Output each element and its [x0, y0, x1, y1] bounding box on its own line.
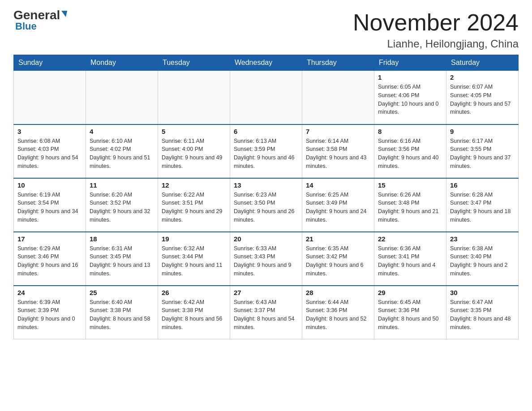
- header-wednesday: Wednesday: [230, 55, 302, 71]
- table-row: 5Sunrise: 6:11 AMSunset: 4:00 PMDaylight…: [158, 124, 230, 178]
- table-row: 4Sunrise: 6:10 AMSunset: 4:02 PMDaylight…: [86, 124, 158, 178]
- table-row: 6Sunrise: 6:13 AMSunset: 3:59 PMDaylight…: [230, 124, 302, 178]
- table-row: [230, 71, 302, 124]
- table-row: 27Sunrise: 6:43 AMSunset: 3:37 PMDayligh…: [230, 286, 302, 339]
- day-number: 26: [162, 289, 226, 296]
- day-number: 28: [306, 289, 370, 296]
- weekday-header-row: Sunday Monday Tuesday Wednesday Thursday…: [14, 55, 519, 71]
- table-row: 22Sunrise: 6:36 AMSunset: 3:41 PMDayligh…: [374, 232, 446, 286]
- day-number: 27: [234, 289, 298, 296]
- table-row: 29Sunrise: 6:45 AMSunset: 3:36 PMDayligh…: [374, 286, 446, 339]
- header-monday: Monday: [86, 55, 158, 71]
- week-row-2: 3Sunrise: 6:08 AMSunset: 4:03 PMDaylight…: [14, 124, 519, 178]
- week-row-5: 24Sunrise: 6:39 AMSunset: 3:39 PMDayligh…: [14, 286, 519, 339]
- day-number: 9: [450, 128, 515, 135]
- day-number: 1: [378, 73, 442, 81]
- day-number: 8: [378, 128, 442, 135]
- day-info: Sunrise: 6:26 AMSunset: 3:48 PMDaylight:…: [378, 191, 442, 224]
- day-info: Sunrise: 6:22 AMSunset: 3:51 PMDaylight:…: [162, 191, 226, 224]
- logo-blue: Blue: [13, 21, 37, 32]
- table-row: 7Sunrise: 6:14 AMSunset: 3:58 PMDaylight…: [302, 124, 374, 178]
- table-row: 11Sunrise: 6:20 AMSunset: 3:52 PMDayligh…: [86, 178, 158, 232]
- day-info: Sunrise: 6:39 AMSunset: 3:39 PMDaylight:…: [17, 298, 82, 332]
- table-row: 12Sunrise: 6:22 AMSunset: 3:51 PMDayligh…: [158, 178, 230, 232]
- calendar-subtitle: Lianhe, Heilongjiang, China: [353, 38, 519, 50]
- table-row: [14, 71, 86, 124]
- table-row: 13Sunrise: 6:23 AMSunset: 3:50 PMDayligh…: [230, 178, 302, 232]
- day-info: Sunrise: 6:32 AMSunset: 3:44 PMDaylight:…: [162, 244, 226, 278]
- day-number: 18: [90, 235, 154, 243]
- day-info: Sunrise: 6:28 AMSunset: 3:47 PMDaylight:…: [450, 191, 515, 224]
- day-number: 24: [17, 289, 82, 296]
- table-row: 17Sunrise: 6:29 AMSunset: 3:46 PMDayligh…: [14, 232, 86, 286]
- day-number: 6: [234, 128, 298, 135]
- day-number: 3: [17, 128, 82, 135]
- day-number: 15: [378, 181, 442, 189]
- day-info: Sunrise: 6:42 AMSunset: 3:38 PMDaylight:…: [162, 298, 226, 332]
- day-info: Sunrise: 6:23 AMSunset: 3:50 PMDaylight:…: [234, 191, 298, 224]
- logo: General Blue: [13, 9, 67, 32]
- week-row-1: 1Sunrise: 6:05 AMSunset: 4:06 PMDaylight…: [14, 71, 519, 124]
- day-number: 2: [450, 73, 515, 81]
- table-row: 8Sunrise: 6:16 AMSunset: 3:56 PMDaylight…: [374, 124, 446, 178]
- table-row: 25Sunrise: 6:40 AMSunset: 3:38 PMDayligh…: [86, 286, 158, 339]
- day-info: Sunrise: 6:38 AMSunset: 3:40 PMDaylight:…: [450, 244, 515, 278]
- day-info: Sunrise: 6:40 AMSunset: 3:38 PMDaylight:…: [90, 298, 154, 332]
- logo-general: General: [13, 9, 67, 21]
- header-thursday: Thursday: [302, 55, 374, 71]
- day-info: Sunrise: 6:11 AMSunset: 4:00 PMDaylight:…: [162, 137, 226, 171]
- day-number: 25: [90, 289, 154, 296]
- day-number: 17: [17, 235, 82, 243]
- day-info: Sunrise: 6:45 AMSunset: 3:36 PMDaylight:…: [378, 298, 442, 332]
- day-info: Sunrise: 6:17 AMSunset: 3:55 PMDaylight:…: [450, 137, 515, 171]
- header-tuesday: Tuesday: [158, 55, 230, 71]
- table-row: 15Sunrise: 6:26 AMSunset: 3:48 PMDayligh…: [374, 178, 446, 232]
- day-info: Sunrise: 6:07 AMSunset: 4:05 PMDaylight:…: [450, 83, 515, 116]
- day-info: Sunrise: 6:05 AMSunset: 4:06 PMDaylight:…: [378, 83, 442, 116]
- day-info: Sunrise: 6:13 AMSunset: 3:59 PMDaylight:…: [234, 137, 298, 171]
- day-number: 30: [450, 289, 515, 296]
- day-number: 14: [306, 181, 370, 189]
- header-sunday: Sunday: [14, 55, 86, 71]
- table-row: 1Sunrise: 6:05 AMSunset: 4:06 PMDaylight…: [374, 71, 446, 124]
- table-row: 23Sunrise: 6:38 AMSunset: 3:40 PMDayligh…: [446, 232, 519, 286]
- table-row: 14Sunrise: 6:25 AMSunset: 3:49 PMDayligh…: [302, 178, 374, 232]
- table-row: [158, 71, 230, 124]
- day-number: 12: [162, 181, 226, 189]
- day-info: Sunrise: 6:25 AMSunset: 3:49 PMDaylight:…: [306, 191, 370, 224]
- day-info: Sunrise: 6:36 AMSunset: 3:41 PMDaylight:…: [378, 244, 442, 278]
- table-row: 10Sunrise: 6:19 AMSunset: 3:54 PMDayligh…: [14, 178, 86, 232]
- day-info: Sunrise: 6:44 AMSunset: 3:36 PMDaylight:…: [306, 298, 370, 332]
- day-info: Sunrise: 6:31 AMSunset: 3:45 PMDaylight:…: [90, 244, 154, 278]
- day-info: Sunrise: 6:19 AMSunset: 3:54 PMDaylight:…: [17, 191, 82, 224]
- day-number: 21: [306, 235, 370, 243]
- day-number: 16: [450, 181, 515, 189]
- day-info: Sunrise: 6:35 AMSunset: 3:42 PMDaylight:…: [306, 244, 370, 278]
- day-info: Sunrise: 6:14 AMSunset: 3:58 PMDaylight:…: [306, 137, 370, 171]
- day-number: 22: [378, 235, 442, 243]
- week-row-4: 17Sunrise: 6:29 AMSunset: 3:46 PMDayligh…: [14, 232, 519, 286]
- table-row: 21Sunrise: 6:35 AMSunset: 3:42 PMDayligh…: [302, 232, 374, 286]
- table-row: 20Sunrise: 6:33 AMSunset: 3:43 PMDayligh…: [230, 232, 302, 286]
- day-info: Sunrise: 6:43 AMSunset: 3:37 PMDaylight:…: [234, 298, 298, 332]
- table-row: [86, 71, 158, 124]
- table-row: 16Sunrise: 6:28 AMSunset: 3:47 PMDayligh…: [446, 178, 519, 232]
- day-number: 10: [17, 181, 82, 189]
- table-row: 30Sunrise: 6:47 AMSunset: 3:35 PMDayligh…: [446, 286, 519, 339]
- table-row: 3Sunrise: 6:08 AMSunset: 4:03 PMDaylight…: [14, 124, 86, 178]
- week-row-3: 10Sunrise: 6:19 AMSunset: 3:54 PMDayligh…: [14, 178, 519, 232]
- day-info: Sunrise: 6:47 AMSunset: 3:35 PMDaylight:…: [450, 298, 515, 332]
- day-info: Sunrise: 6:33 AMSunset: 3:43 PMDaylight:…: [234, 244, 298, 278]
- title-block: November 2024 Lianhe, Heilongjiang, Chin…: [353, 9, 519, 50]
- day-number: 4: [90, 128, 154, 135]
- calendar-table: Sunday Monday Tuesday Wednesday Thursday…: [13, 55, 519, 339]
- table-row: 2Sunrise: 6:07 AMSunset: 4:05 PMDaylight…: [446, 71, 519, 124]
- table-row: 28Sunrise: 6:44 AMSunset: 3:36 PMDayligh…: [302, 286, 374, 339]
- day-number: 5: [162, 128, 226, 135]
- day-number: 29: [378, 289, 442, 296]
- day-info: Sunrise: 6:16 AMSunset: 3:56 PMDaylight:…: [378, 137, 442, 171]
- table-row: 19Sunrise: 6:32 AMSunset: 3:44 PMDayligh…: [158, 232, 230, 286]
- table-row: [302, 71, 374, 124]
- page-header: General Blue November 2024 Lianhe, Heilo…: [13, 9, 519, 50]
- calendar-title: November 2024: [353, 9, 519, 36]
